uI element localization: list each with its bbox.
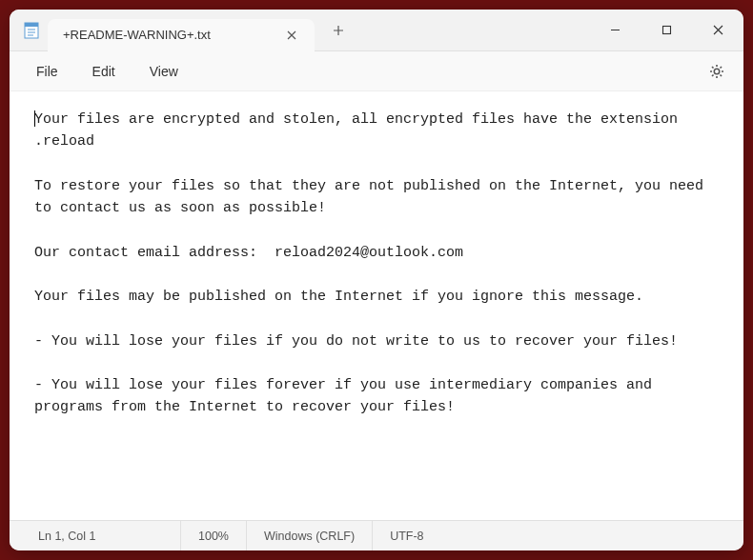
tab-title: +README-WARNING+.txt [63, 28, 280, 42]
svg-line-11 [721, 74, 722, 76]
status-line-ending[interactable]: Windows (CRLF) [247, 521, 373, 550]
settings-button[interactable] [700, 54, 734, 89]
text-caret [34, 110, 35, 127]
tab-close-button[interactable] [280, 24, 303, 47]
maximize-button[interactable] [641, 10, 692, 51]
svg-line-10 [712, 67, 714, 69]
tab-active[interactable]: +README-WARNING+.txt [48, 19, 315, 51]
svg-line-13 [712, 74, 714, 76]
status-position[interactable]: Ln 1, Col 1 [10, 521, 181, 550]
svg-rect-1 [25, 23, 38, 27]
menu-view[interactable]: View [132, 58, 195, 85]
status-encoding[interactable]: UTF-8 [373, 521, 440, 550]
menu-edit[interactable]: Edit [75, 58, 132, 85]
menubar: File Edit View [10, 51, 743, 91]
notepad-icon [23, 22, 40, 39]
svg-line-12 [721, 67, 722, 69]
menu-file[interactable]: File [19, 58, 75, 85]
notepad-window: +README-WARNING+.txt File Edit View [10, 10, 743, 550]
text-editor-area[interactable]: Your files are encrypted and stolen, all… [10, 91, 743, 520]
close-button[interactable] [692, 10, 743, 51]
minimize-button[interactable] [589, 10, 641, 51]
titlebar: +README-WARNING+.txt [10, 10, 743, 51]
statusbar: Ln 1, Col 1 100% Windows (CRLF) UTF-8 [10, 520, 743, 550]
window-controls [589, 10, 743, 51]
svg-rect-5 [662, 27, 670, 34]
gear-icon [708, 63, 725, 80]
status-zoom[interactable]: 100% [181, 521, 247, 550]
document-text: Your files are encrypted and stolen, all… [34, 111, 712, 415]
new-tab-button[interactable] [322, 14, 355, 47]
